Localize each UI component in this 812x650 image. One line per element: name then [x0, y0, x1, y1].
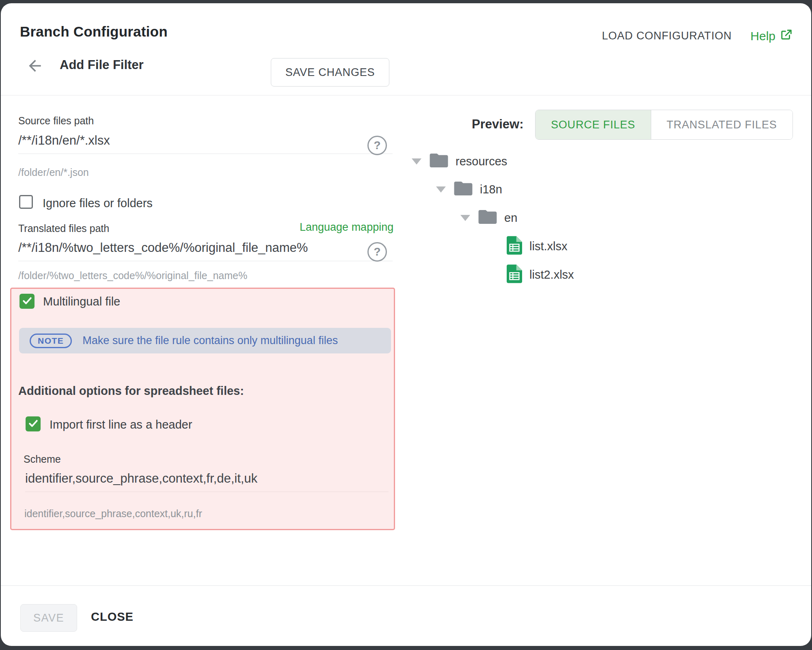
tree-row[interactable]: i18n — [436, 180, 502, 199]
branch-configuration-dialog: Branch Configuration LOAD CONFIGURATION … — [1, 3, 811, 646]
translated-path-help-icon[interactable]: ? — [367, 242, 387, 262]
note-banner: NOTE Make sure the file rule contains on… — [19, 328, 391, 353]
tree-row[interactable]: list.xlsx — [507, 236, 567, 256]
help-link-label: Help — [750, 29, 775, 43]
ignore-files-checkbox[interactable] — [19, 195, 33, 209]
note-badge: NOTE — [30, 334, 72, 348]
scheme-input[interactable] — [25, 471, 389, 492]
header-divider — [1, 95, 811, 95]
tree-item-label: resources — [456, 155, 507, 168]
folder-icon — [430, 153, 448, 170]
tab-source-files[interactable]: SOURCE FILES — [536, 110, 651, 139]
checkmark-icon — [28, 418, 39, 431]
save-changes-button[interactable]: SAVE CHANGES — [271, 58, 389, 87]
translated-path-hint: /folder/%two_letters_code%/%original_fil… — [18, 270, 247, 282]
tree-item-label: list.xlsx — [529, 240, 567, 253]
tree-item-label: en — [504, 211, 517, 225]
preview-toggle: SOURCE FILES TRANSLATED FILES — [535, 110, 793, 140]
multilingual-highlight-section — [10, 288, 395, 530]
load-configuration-button[interactable]: LOAD CONFIGURATION — [602, 30, 732, 42]
scheme-label: Scheme — [24, 453, 61, 465]
tree-row[interactable]: en — [460, 208, 517, 228]
spreadsheet-file-icon — [507, 236, 522, 256]
tree-item-label: i18n — [480, 183, 502, 196]
tab-translated-files[interactable]: TRANSLATED FILES — [651, 110, 793, 139]
checkmark-icon — [22, 295, 33, 308]
close-button[interactable]: CLOSE — [91, 610, 134, 624]
source-files-path-label: Source files path — [18, 115, 94, 127]
chevron-down-icon[interactable] — [436, 186, 446, 193]
tree-item-label: list2.xlsx — [529, 268, 574, 282]
add-file-filter-title: Add File Filter — [60, 58, 144, 72]
save-button[interactable]: SAVE — [20, 604, 77, 632]
note-text: Make sure the file rule contains only mu… — [82, 334, 338, 347]
spreadsheet-options-heading: Additional options for spreadsheet files… — [18, 384, 244, 398]
source-path-help-icon[interactable]: ? — [367, 136, 387, 155]
chevron-down-icon[interactable] — [460, 215, 470, 221]
back-arrow-icon[interactable] — [26, 57, 44, 75]
ignore-files-label: Ignore files or folders — [43, 197, 153, 210]
tree-row[interactable]: list2.xlsx — [507, 265, 574, 284]
tree-row[interactable]: resources — [412, 152, 507, 171]
language-mapping-link[interactable]: Language mapping — [300, 221, 393, 234]
help-link[interactable]: Help — [750, 28, 793, 43]
translated-files-path-input[interactable] — [18, 240, 393, 261]
import-first-line-label: Import first line as a header — [50, 418, 192, 431]
folder-icon — [478, 209, 497, 226]
multilingual-file-label: Multilingual file — [43, 295, 120, 308]
page-title: Branch Configuration — [20, 24, 168, 40]
scheme-hint: identifier,source_phrase,context,uk,ru,f… — [24, 508, 202, 520]
folder-icon — [454, 181, 473, 198]
source-path-hint: /folder/en/*.json — [18, 167, 89, 178]
spreadsheet-file-icon — [507, 264, 522, 285]
preview-label: Preview: — [472, 117, 524, 132]
source-files-path-input[interactable] — [18, 133, 393, 154]
chevron-down-icon[interactable] — [412, 158, 421, 165]
multilingual-file-checkbox[interactable] — [19, 294, 35, 309]
translated-files-path-label: Translated files path — [18, 223, 109, 234]
external-link-icon — [780, 28, 793, 43]
footer-divider — [1, 585, 811, 586]
import-first-line-checkbox[interactable] — [26, 416, 41, 431]
